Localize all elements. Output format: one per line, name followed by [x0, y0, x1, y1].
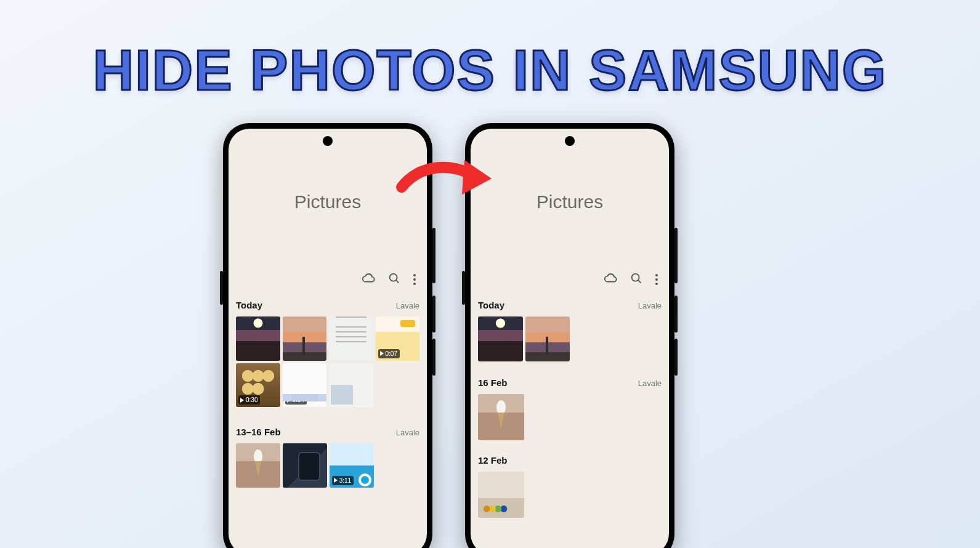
video-duration-badge: 0:07: [378, 349, 400, 358]
video-thumb[interactable]: 0:49: [329, 363, 373, 408]
svg-line-3: [638, 280, 641, 283]
side-button-left[interactable]: [220, 271, 223, 305]
video-duration-badge: 3:11: [332, 476, 354, 485]
video-duration-badge: 3:24: [285, 395, 307, 405]
search-icon[interactable]: [630, 272, 643, 288]
video-thumb[interactable]: 3:11: [330, 443, 374, 488]
section-today: Today Lavale 0:07 0:30 3:24 0:49: [236, 300, 419, 407]
photo-thumb[interactable]: [478, 394, 524, 440]
svg-line-1: [396, 280, 399, 283]
power-button[interactable]: [674, 228, 678, 283]
gallery-title: Pictures: [471, 191, 669, 212]
svg-point-2: [632, 274, 639, 281]
phone-after: Pictures Today Lavale 16 Feb: [465, 123, 674, 548]
volume-up-button[interactable]: [674, 296, 678, 332]
cloud-icon[interactable]: [362, 272, 375, 288]
section-title: 16 Feb: [478, 377, 508, 388]
photo-thumb[interactable]: [478, 472, 524, 518]
photo-thumb[interactable]: [283, 316, 327, 361]
power-button[interactable]: [432, 228, 435, 283]
search-icon[interactable]: [387, 272, 401, 288]
side-button-left[interactable]: [462, 271, 465, 305]
volume-up-button[interactable]: [432, 296, 435, 332]
photo-thumb[interactable]: [329, 316, 373, 361]
video-duration-badge: 0:49: [331, 395, 353, 405]
more-icon[interactable]: [413, 274, 416, 285]
photo-thumb[interactable]: [236, 316, 280, 361]
page-headline: HIDE PHOTOS IN SAMSUNG: [0, 38, 980, 103]
more-icon[interactable]: [655, 274, 658, 285]
section-title: 13–16 Feb: [236, 427, 281, 437]
photo-thumb[interactable]: [283, 443, 327, 488]
volume-down-button[interactable]: [432, 339, 435, 376]
section-title: 12 Feb: [478, 455, 508, 465]
gallery-toolbar: [362, 272, 416, 288]
section-title: Today: [236, 300, 262, 310]
arrow-icon: [395, 151, 494, 207]
screen-after: Pictures Today Lavale 16 Feb: [471, 129, 669, 548]
photo-thumb[interactable]: [478, 316, 523, 361]
section-title: Today: [478, 300, 504, 310]
section-12-feb: 12 Feb: [478, 455, 662, 518]
camera-hole: [565, 136, 575, 146]
photo-thumb[interactable]: [525, 316, 570, 361]
video-thumb[interactable]: 3:24: [283, 363, 327, 408]
cloud-icon[interactable]: [604, 272, 617, 288]
camera-hole: [323, 136, 333, 146]
section-today: Today Lavale: [478, 300, 662, 361]
gallery-toolbar: [604, 272, 658, 288]
video-thumb[interactable]: 0:07: [376, 316, 420, 361]
svg-point-0: [390, 274, 397, 281]
section-location: Lavale: [396, 428, 419, 437]
section-16-feb: 16 Feb Lavale: [478, 377, 662, 440]
video-thumb[interactable]: 0:30: [236, 363, 280, 408]
section-location: Lavale: [638, 379, 662, 388]
section-location: Lavale: [396, 301, 419, 310]
section-location: Lavale: [638, 301, 662, 310]
photo-thumb[interactable]: [236, 443, 280, 488]
volume-down-button[interactable]: [674, 339, 678, 376]
section-feb: 13–16 Feb Lavale 3:11: [236, 427, 419, 488]
video-duration-badge: 0:30: [238, 395, 260, 405]
